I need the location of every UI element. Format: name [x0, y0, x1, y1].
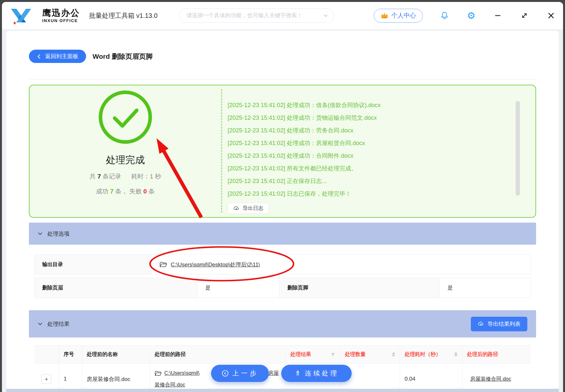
log-line: [2025-12-23 15:41:02] 处理成功：劳务合同.docx	[228, 124, 535, 137]
close-button[interactable]	[546, 11, 556, 20]
app-title: 批量处理工具箱 v1.13.0	[89, 11, 157, 20]
output-directory-path[interactable]: C:\Users\sqmil\Desktop\处理后\2\11\	[171, 261, 260, 268]
personal-center-button[interactable]: 个人中心	[374, 9, 423, 23]
col-name-before: 处理前的名称	[82, 346, 150, 363]
chevron-down-icon	[323, 13, 328, 18]
main-area: 返回到主面板 Word 删除页眉页脚 处理完成 共 7 条记录	[2, 29, 563, 392]
sort-icon[interactable]	[392, 352, 395, 357]
results-table-header: 序号 处理前的名称 处理前的路径 处理结果 处理数量	[34, 345, 531, 363]
results-section-title: 处理结果	[47, 320, 69, 328]
cloud-download-icon	[478, 321, 484, 327]
log-line: [2025-12-23 15:41:02] 处理成功：货物运输合同范文.docx	[228, 112, 535, 124]
chevron-down-icon	[38, 322, 43, 326]
col-duration: 处理耗时（秒）	[400, 346, 462, 363]
col-path-after: 处理后的路径	[462, 346, 531, 363]
filter-icon[interactable]	[331, 352, 335, 357]
total-count: 7	[97, 173, 101, 180]
name-cell: 房屋装修合同.doc	[82, 363, 150, 392]
titlebar-controls: 个人中心 ⚙	[374, 9, 556, 23]
previous-step-button[interactable]: 上一步	[211, 365, 269, 382]
export-result-list-label: 导出结果列表	[487, 320, 521, 328]
log-scrollbar[interactable]	[516, 101, 520, 196]
options-section-header[interactable]: 处理选项	[29, 223, 536, 245]
brand-block: 鹰迅办公 INXUN OFFICE	[42, 8, 80, 23]
output-directory-label: 输出目录	[34, 255, 152, 274]
result-status-text: 处理完成	[106, 153, 145, 167]
chevron-left-icon	[37, 54, 41, 59]
expand-cell: +	[34, 363, 59, 392]
brand-name-en: INXUN OFFICE	[42, 18, 80, 23]
col-result-label: 处理结果	[290, 351, 311, 358]
col-path-before: 处理前的路径	[150, 346, 286, 363]
previous-step-label: 上一步	[232, 369, 259, 378]
titlebar: 鹰迅办公 INXUN OFFICE 批量处理工具箱 v1.13.0 个人中心	[2, 2, 563, 29]
result-summary-left: 处理完成 共 7 条记录 耗时：1 秒 成功 7 条， 失败 0	[30, 85, 221, 217]
export-log-button[interactable]: 导出日志	[228, 203, 269, 214]
index-cell: 1	[59, 363, 82, 392]
horizontal-scrollbar[interactable]	[6, 389, 559, 392]
notifications-bell-icon[interactable]	[440, 11, 449, 20]
delete-options-row: 删除页眉 是 删除页脚 是	[34, 278, 531, 298]
output-directory-row: 输出目录 C:\Users\sqmil\Desktop\处理后\2\11\	[34, 254, 531, 275]
log-line: [2025-12-23 15:41:02] 处理成功：合同附件.docx	[228, 150, 535, 162]
output-directory-cell: C:\Users\sqmil\Desktop\处理后\2\11\	[152, 255, 531, 274]
back-to-dashboard-button[interactable]: 返回到主面板	[29, 50, 86, 63]
folder-icon	[155, 370, 162, 376]
result-summary-panel: 处理完成 共 7 条记录 耗时：1 秒 成功 7 条， 失败 0	[29, 85, 536, 218]
log-line: [2025-12-23 15:41:02] 处理成功：借条(借款合同协议).do…	[228, 99, 535, 112]
log-line: [2025-12-23 15:41:02] 正在保存日志...	[228, 175, 535, 188]
success-unit: 条，	[115, 188, 128, 195]
personal-center-label: 个人中心	[391, 11, 416, 20]
results-section-header[interactable]: 处理结果 导出结果列表	[29, 310, 536, 337]
col-count: 处理数量	[340, 346, 400, 363]
path-before-link-start[interactable]: C:\Users\sqmil\	[164, 370, 199, 376]
chevron-down-icon	[38, 231, 43, 236]
path-after-cell: 房屋装修合同.doc	[462, 363, 531, 392]
search-input[interactable]	[179, 8, 334, 23]
result-success-fail-line: 成功 7 条， 失败 0 条	[96, 187, 155, 196]
col-expand	[34, 346, 59, 363]
options-section-title: 处理选项	[47, 230, 69, 238]
function-search-select[interactable]	[179, 8, 334, 23]
rocket-icon	[294, 370, 301, 377]
log-line: [2025-12-23 15:41:02] 所有文件都已经处理完成。	[228, 162, 535, 175]
col-index: 序号	[59, 346, 82, 363]
fail-label: 失败	[129, 188, 142, 195]
success-check-icon	[99, 91, 152, 144]
crown-icon	[381, 12, 388, 19]
process-log-list: [2025-12-23 15:41:02] 处理成功：借条(借款合同协议).do…	[221, 89, 535, 213]
desktop-background: 鹰迅办公 INXUN OFFICE 批量处理工具箱 v1.13.0 个人中心	[0, 0, 565, 392]
brand-name: 鹰迅办公	[42, 8, 80, 18]
total-label: 共	[90, 173, 96, 180]
maximize-restore-button[interactable]	[520, 11, 529, 20]
back-button-label: 返回到主面板	[45, 53, 78, 60]
minimize-button[interactable]	[493, 11, 503, 20]
app-logo-icon	[9, 6, 39, 25]
settings-gear-icon[interactable]: ⚙	[466, 11, 476, 20]
delete-header-label: 删除页眉	[34, 278, 197, 298]
log-line: [2025-12-23 15:41:02] 日志已保存，处理完毕！	[228, 188, 535, 200]
delete-footer-label: 删除页脚	[280, 278, 440, 298]
path-after-link[interactable]: 房屋装修合同.doc	[470, 374, 512, 385]
export-log-label: 导出日志	[243, 205, 263, 212]
success-label: 成功	[96, 188, 108, 195]
folder-icon	[159, 261, 167, 268]
col-result: 处理结果	[286, 346, 340, 363]
col-count-label: 处理数量	[345, 351, 366, 358]
output-directory-link[interactable]: C:\Users\sqmil\Desktop\处理后\2\11\	[159, 261, 260, 268]
duration-cell: 0.04	[400, 363, 462, 392]
elapsed-text: 耗时：1 秒	[131, 173, 161, 180]
col-duration-label: 处理耗时（秒）	[405, 351, 441, 358]
success-count: 7	[110, 188, 114, 195]
records-label: 条记录	[103, 173, 121, 180]
delete-footer-value: 是	[440, 278, 531, 298]
delete-header-value: 是	[197, 278, 280, 298]
export-result-list-button[interactable]: 导出结果列表	[471, 317, 527, 331]
cloud-download-icon	[233, 205, 240, 212]
content-card: 返回到主面板 Word 删除页眉页脚 处理完成 共 7 条记录	[6, 31, 559, 392]
log-line: [2025-12-23 15:41:02] 处理成功：房屋租赁合同.docx	[228, 137, 535, 150]
fail-unit: 条	[148, 188, 155, 195]
sort-icon[interactable]	[454, 352, 458, 357]
continue-process-button[interactable]: 连续处理	[281, 365, 352, 382]
expand-row-button[interactable]: +	[42, 374, 51, 384]
